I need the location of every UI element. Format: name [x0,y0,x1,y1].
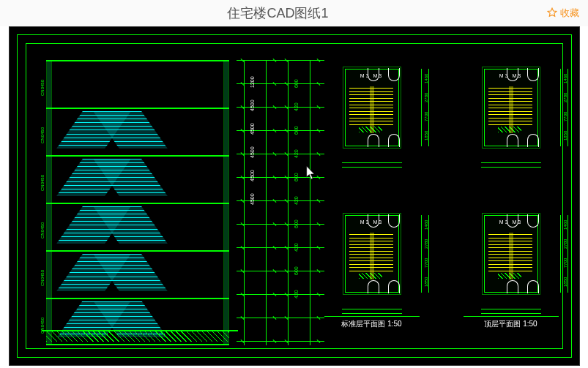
dim-text-d2-0: 600 [294,79,299,88]
plan-dim-vertical: 1460278077001850 [417,69,433,146]
plan-stair-well [370,86,374,133]
plan-dim-v-text: 7700 [563,258,567,268]
plan-dim-v-text: 7700 [424,112,428,121]
plan-stair-well [509,233,513,279]
dim-text-d1-3: 4500 [250,146,255,158]
plan-dim-horizontal [481,159,541,170]
floor-1 [46,108,229,155]
plan-dim-v-text: 7700 [424,258,428,268]
floor-3 [46,203,229,250]
plan-dim-v-text: 2780 [424,239,428,249]
door-labels: M3 M3 [471,219,551,225]
dim-text-d1-1: 4500 [250,99,255,111]
svg-marker-0 [548,8,557,16]
dim-text-d2-3: 420 [294,149,299,158]
stair-flight-3 [68,204,156,250]
dim-text-d2-2: 600 [294,126,299,135]
door-arch-icon [368,134,379,147]
plan-dim-vertical: 1460278077001850 [556,215,572,293]
plan-dim-v-text: 2780 [563,239,567,249]
soil-hatch [46,331,229,342]
dim-text-d2-4: 600 [294,173,299,181]
stair-flight-4 [68,252,156,298]
door-arch-icon [507,134,518,147]
plan-dim-v-text: 1850 [563,131,567,140]
dim-text-d1-5: 4500 [250,193,255,205]
dim-text-d2-5: 420 [294,196,299,205]
plan-title: 顶层平面图 1:50 [464,316,559,329]
plan-dim-horizontal [481,306,541,316]
door-labels: M3 M3 [471,73,551,78]
star-icon [547,7,557,20]
floor-2 [46,155,229,203]
section-dim-left-4: CN0450 [40,270,45,286]
plan-dim-v-text: 1460 [563,74,567,83]
plan-dim-v-text: 2780 [563,93,567,102]
door-labels: M3 M3 [332,73,412,78]
door-arch-icon [527,134,539,147]
dim-text-d2-9: 420 [294,290,299,298]
door-arch-icon [388,134,400,147]
favorite-button[interactable]: 收藏 [547,7,579,20]
section-dim-left-0: CN0450 [40,80,45,96]
plan-dim-v-text: 1460 [563,220,567,230]
plan-stair-well [509,86,513,133]
page-header: 住宅楼CAD图纸1 收藏 [0,0,588,26]
section-dim-left-3: CN0450 [40,222,45,239]
stair-plan-2: M3 M3 1460278077001850 标准层平面图 1:50 [332,206,412,301]
plan-dim-horizontal [342,159,402,170]
plan-dim-v-text: 1850 [424,277,428,287]
plan-dim-v-text: 1460 [424,74,428,83]
stair-plan-1: M3 M3 1460278077001850 [471,60,551,155]
dim-text-d2-1: 420 [294,102,299,111]
plan-dim-v-text: 2780 [424,93,428,102]
dim-text-d1-4: 4500 [250,170,255,181]
stair-section-elevation [46,60,229,345]
section-dim-left-1: CN0450 [40,127,45,143]
dim-text-d2-6: 600 [294,219,299,228]
stair-flight-2 [68,157,156,203]
section-dim-left-5: CN0450 [40,318,45,334]
plan-views-group: M3 M3 1460278077001850 M3 M3 14602780770… [332,60,566,353]
stair-flight-1 [68,109,156,155]
plan-stair-well [370,233,374,279]
plan-dim-v-text: 7700 [563,112,567,121]
dim-text-d1-2: 4500 [250,123,255,135]
section-dim-left-2: CN0450 [40,175,45,191]
cad-viewport[interactable]: 120045004500450045004500 600420600420600… [9,26,580,366]
dimension-column-2: 600420600420600420600420600420 [280,60,324,345]
stair-plan-0: M3 M3 1460278077001850 [332,60,412,155]
dim-text-d2-7: 420 [294,243,299,252]
floor-4 [46,250,229,298]
door-arch-icon [388,280,400,293]
door-arch-icon [507,280,518,293]
dim-text-d1-0: 1200 [250,76,255,88]
plan-dim-v-text: 1850 [424,131,428,140]
favorite-label: 收藏 [560,7,579,20]
door-arch-icon [527,280,539,293]
plan-dim-vertical: 1460278077001850 [556,69,572,146]
drawing-title: 住宅楼CAD图纸1 [9,4,547,22]
plan-title: 标准层平面图 1:50 [324,316,420,329]
plan-dim-v-text: 1850 [563,277,567,287]
plan-dim-horizontal [342,306,402,316]
floor-0 [46,60,229,108]
plan-dim-v-text: 1460 [424,220,428,230]
dimension-column-1: 120045004500450045004500 [237,60,280,345]
plan-dim-vertical: 1460278077001850 [417,215,433,293]
dim-text-d2-8: 600 [294,266,299,275]
stair-plan-3: M3 M3 1460278077001850 顶层平面图 1:50 [471,206,551,301]
door-labels: M3 M3 [332,219,412,225]
door-arch-icon [368,280,379,293]
